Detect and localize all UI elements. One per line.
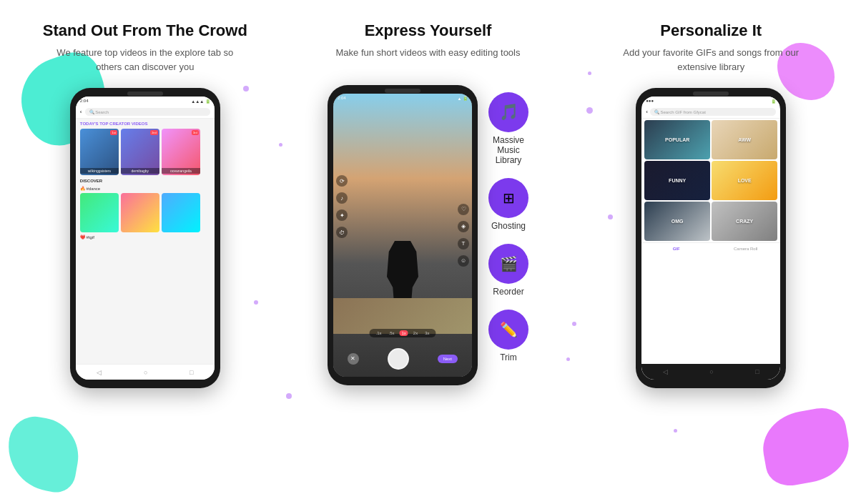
feature-trim-label: Trim: [500, 352, 517, 362]
p3-funny-label: FUNNY: [669, 178, 686, 183]
p3-search-input[interactable]: 🔍 Search GIF from Gfycat: [650, 108, 776, 116]
p2-speed-3x[interactable]: 3x: [423, 330, 431, 336]
phone3-content: ●●● 🔋 ‹ 🔍 Search GIF from Gfycat: [641, 97, 780, 380]
feature-reorder: 🎬 Reorder: [488, 244, 528, 297]
column-3: Personalize It Add your favorite GIFs an…: [566, 0, 856, 504]
p1-top-creator-title: TODAY'S TOP CREATOR VIDEOS: [76, 119, 215, 127]
p3-nav-recent[interactable]: □: [755, 368, 759, 375]
phone-3: ●●● 🔋 ‹ 🔍 Search GIF from Gfycat: [636, 88, 786, 388]
col3-title: Personalize It: [660, 21, 762, 40]
p1-disc-1[interactable]: [80, 193, 119, 232]
feature-music-icon: 🎵: [488, 92, 528, 132]
p2-timer-icon[interactable]: ⏱: [336, 227, 348, 238]
column-1: Stand Out From The Crowd We feature top …: [0, 0, 290, 504]
p1-nav-back[interactable]: ◁: [97, 369, 102, 376]
feature-ghosting-icon: ⊞: [488, 178, 528, 218]
p2-left-icons: ⟳ ♪ ✦ ⏱: [336, 175, 348, 238]
p2-filter-icon[interactable]: ◈: [458, 221, 469, 232]
p2-signal: ▲ 🔋: [457, 96, 468, 101]
feature-ghosting-label: Ghosting: [491, 221, 526, 231]
feature-trim-icon: ✏️: [488, 310, 528, 350]
p2-controls-bottom: ✕ Next: [333, 348, 472, 370]
p1-video-3[interactable]: 3rd oceanangeila: [162, 129, 200, 175]
col3-subtitle: Add your favorite GIFs and songs from ou…: [611, 46, 811, 74]
p1-label-1: wilkinggsisters: [80, 168, 119, 174]
col1-subtitle: We feature top videos in the explore tab…: [45, 46, 245, 74]
p2-flip-icon[interactable]: ⟳: [336, 175, 348, 187]
p3-popular-label: POPULAR: [665, 137, 689, 142]
p2-sticker-icon[interactable]: ☺: [458, 255, 469, 267]
feature-reorder-icon: 🎬: [488, 244, 528, 284]
feature-music-label: MassiveMusicLibrary: [493, 135, 524, 165]
p1-discover-title: DISCOVER: [76, 177, 215, 185]
p1-nav-home[interactable]: ○: [144, 369, 147, 376]
p3-nav-home[interactable]: ○: [709, 368, 713, 375]
p3-back-icon[interactable]: ‹: [646, 109, 648, 115]
p1-disc-2[interactable]: [121, 193, 159, 232]
p3-love-label: LOVE: [738, 178, 752, 183]
phone-2: 2:04 ▲ 🔋 ⟳ ♪ ✦ ⏱ ♡ ◈: [328, 85, 478, 385]
p3-gif-aww[interactable]: AWW: [712, 120, 777, 159]
p3-battery: 🔋: [771, 99, 776, 104]
p1-discover-row: [76, 192, 215, 234]
p2-music-icon[interactable]: ♪: [336, 192, 348, 204]
p1-label-3: oceanangeila: [162, 168, 200, 174]
p3-gif-popular[interactable]: POPULAR: [644, 120, 710, 159]
p1-video-2[interactable]: 2nd demibagby: [121, 129, 159, 175]
p3-tabs: GIF Camera Roll: [641, 242, 780, 255]
phone-1-screen: 2:04 ▲▲▲ 🔋 ‹ 🔍 Search TODAY'S TOP CREATO…: [76, 97, 215, 380]
p1-hashtag2[interactable]: ❤️ #tgif: [76, 234, 215, 240]
p3-gif-funny[interactable]: FUNNY: [644, 161, 710, 200]
p1-video-1[interactable]: 1st wilkinggsisters: [80, 129, 119, 175]
p3-gif-love[interactable]: LOVE: [712, 161, 777, 200]
p1-searchbar[interactable]: ‹ 🔍 Search: [76, 106, 215, 119]
phone-1: 2:04 ▲▲▲ 🔋 ‹ 🔍 Search TODAY'S TOP CREATO…: [70, 88, 220, 388]
p1-bottom-nav: ◁ ○ □: [76, 364, 215, 380]
p3-aww-label: AWW: [738, 137, 751, 142]
p1-search-placeholder: Search: [95, 110, 109, 114]
phone-2-notch: [385, 89, 420, 93]
col2-title: Express Yourself: [365, 21, 492, 40]
p2-record-button[interactable]: [388, 348, 409, 370]
p1-nav-recent[interactable]: □: [190, 369, 193, 376]
column-2: Express Yourself Make fun short videos w…: [290, 0, 566, 504]
p3-tab-camera-roll[interactable]: Camera Roll: [711, 245, 780, 252]
phone-1-notch: [127, 92, 163, 96]
p3-tab-gif[interactable]: GIF: [641, 245, 711, 252]
p2-speed-1x[interactable]: 1x: [400, 330, 408, 336]
p1-search-input[interactable]: 🔍 Search: [85, 108, 210, 116]
p2-speed-05x[interactable]: .5x: [386, 330, 396, 336]
p1-time: 2:04: [80, 99, 89, 104]
p1-label-2: demibagby: [121, 168, 159, 174]
phone-3-notch: [693, 92, 729, 96]
p3-bottom-nav: ◁ ○ □: [641, 364, 780, 380]
p2-like-icon[interactable]: ♡: [458, 204, 469, 215]
phone1-content: 2:04 ▲▲▲ 🔋 ‹ 🔍 Search TODAY'S TOP CREATO…: [76, 97, 215, 380]
p2-speed-01x[interactable]: .1x: [373, 330, 383, 336]
p3-searchbar[interactable]: ‹ 🔍 Search GIF from Gfycat: [641, 106, 780, 119]
p1-back-icon[interactable]: ‹: [80, 109, 82, 115]
p3-search-icon: 🔍: [654, 110, 659, 114]
phone-3-screen: ●●● 🔋 ‹ 🔍 Search GIF from Gfycat: [641, 97, 780, 380]
p3-nav-back[interactable]: ◁: [663, 368, 668, 375]
col2-subtitle: Make fun short videos with easy editing …: [336, 46, 521, 60]
middle-content: 2:04 ▲ 🔋 ⟳ ♪ ✦ ⏱ ♡ ◈: [328, 85, 528, 385]
p1-hashtag1[interactable]: 🔥 #dance: [76, 185, 215, 192]
p2-text-icon[interactable]: T: [458, 238, 469, 249]
features-list: 🎵 MassiveMusicLibrary ⊞ Ghosting 🎬 Reord…: [488, 92, 528, 362]
p3-gif-omg[interactable]: OMG: [644, 202, 710, 241]
p2-cancel-button[interactable]: ✕: [348, 353, 359, 365]
p2-next-button[interactable]: Next: [438, 355, 458, 363]
p2-statusbar: 2:04 ▲ 🔋: [333, 94, 472, 103]
p2-effect-icon[interactable]: ✦: [336, 209, 348, 221]
main-layout: Stand Out From The Crowd We feature top …: [0, 0, 856, 504]
p3-signal: ●●●: [646, 99, 654, 104]
p3-crazy-label: CRAZY: [736, 219, 753, 224]
p1-disc-3[interactable]: [162, 193, 200, 232]
p1-search-icon: 🔍: [89, 110, 94, 114]
p3-gif-crazy[interactable]: CRAZY: [712, 202, 777, 241]
p2-speed-2x[interactable]: 2x: [411, 330, 420, 336]
p1-badge-1: 1st: [110, 130, 117, 135]
p2-right-icons: ♡ ◈ T ☺: [458, 204, 469, 267]
p3-gif-grid: POPULAR AWW FUNNY LOVE OMG: [641, 119, 780, 242]
